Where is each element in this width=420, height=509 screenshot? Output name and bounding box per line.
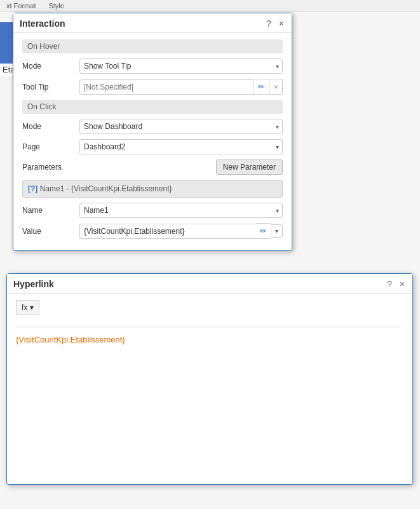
- value-select-wrapper: ✏ ▾: [79, 223, 283, 239]
- fx-label: fx: [22, 303, 27, 312]
- value-control: ✏ ▾: [79, 223, 283, 239]
- fx-chevron-icon: ▾: [30, 303, 34, 312]
- page-label: Page: [22, 142, 79, 151]
- hyperlink-dialog-body: fx ▾ {VisitCountKpi.Etablissement}: [7, 294, 412, 484]
- click-mode-row: Mode Show Dashboard ▾: [22, 119, 283, 134]
- hyperlink-close-button[interactable]: ×: [398, 280, 406, 288]
- page-select[interactable]: Dashboard2: [79, 139, 283, 154]
- name-select[interactable]: Name1: [79, 203, 283, 218]
- tooltip-row: Tool Tip ✏ ×: [22, 79, 283, 95]
- tooltip-clear-button[interactable]: ×: [269, 79, 283, 95]
- hover-mode-row: Mode Show Tool Tip ▾: [22, 58, 283, 74]
- toolbar-text-format: xt Format: [6, 2, 36, 10]
- interaction-title-bar: Interaction ? ×: [13, 13, 292, 33]
- hyperlink-help-button[interactable]: ?: [386, 280, 393, 288]
- page-select-wrapper: Dashboard2 ▾: [79, 139, 283, 154]
- tooltip-edit-button[interactable]: ✏: [254, 79, 269, 95]
- interaction-title: Interaction: [20, 18, 65, 29]
- param-bracket: [?]: [28, 184, 37, 193]
- on-hover-section-header: On Hover: [22, 39, 283, 53]
- value-input[interactable]: [79, 224, 256, 239]
- tooltip-input[interactable]: [79, 79, 254, 95]
- click-mode-select-wrapper: Show Dashboard ▾: [79, 119, 283, 134]
- value-label: Value: [22, 227, 79, 236]
- param-rest-text: Name1 - {VisitCountKpi.Etablissement}: [37, 184, 172, 193]
- value-row: Value ✏ ▾: [22, 223, 283, 239]
- hyperlink-value: {VisitCountKpi.Etablissement}: [16, 332, 403, 347]
- page-control: Dashboard2 ▾: [79, 139, 283, 154]
- dialog-title-icons: ? ×: [265, 19, 285, 28]
- interaction-close-button[interactable]: ×: [278, 19, 285, 28]
- hyperlink-divider: [16, 327, 403, 327]
- parameters-label: Parameters: [22, 163, 62, 172]
- parameters-row: Parameters New Parameter: [22, 159, 283, 175]
- fx-button[interactable]: fx ▾: [16, 300, 39, 315]
- value-edit-button[interactable]: ✏: [256, 223, 271, 239]
- name-row: Name Name1 ▾: [22, 203, 283, 218]
- name-label: Name: [22, 206, 79, 215]
- on-click-section-header: On Click: [22, 100, 283, 114]
- toolbar-text-style: Style: [48, 2, 64, 10]
- page-row: Page Dashboard2 ▾: [22, 139, 283, 154]
- click-mode-select[interactable]: Show Dashboard: [79, 119, 283, 134]
- hyperlink-dialog: Hyperlink ? × fx ▾ {VisitCountKpi.Etabli…: [6, 273, 413, 485]
- new-parameter-button[interactable]: New Parameter: [216, 159, 283, 175]
- hyperlink-title-bar: Hyperlink ? ×: [7, 274, 412, 294]
- click-mode-control: Show Dashboard ▾: [79, 119, 283, 134]
- name-select-wrapper: Name1 ▾: [79, 203, 283, 218]
- interaction-help-button[interactable]: ?: [265, 19, 273, 28]
- name-control: Name1 ▾: [79, 203, 283, 218]
- hyperlink-title-icons: ? ×: [386, 280, 406, 288]
- interaction-dialog-body: On Hover Mode Show Tool Tip ▾ Tool Tip ✏…: [13, 33, 292, 250]
- tooltip-control: ✏ ×: [79, 79, 283, 95]
- hyperlink-title: Hyperlink: [13, 279, 54, 289]
- value-chevron-button[interactable]: ▾: [271, 224, 283, 238]
- tooltip-input-row: ✏ ×: [79, 79, 283, 95]
- hover-mode-select[interactable]: Show Tool Tip: [79, 58, 283, 74]
- hover-mode-select-wrapper: Show Tool Tip ▾: [79, 58, 283, 74]
- tooltip-label: Tool Tip: [22, 83, 79, 92]
- hover-mode-label: Mode: [22, 62, 79, 71]
- parameter-item: [?] Name1 - {VisitCountKpi.Etablissement…: [22, 180, 283, 198]
- hover-mode-control: Show Tool Tip ▾: [79, 58, 283, 74]
- interaction-dialog: Interaction ? × On Hover Mode Show Tool …: [13, 13, 292, 251]
- click-mode-label: Mode: [22, 122, 79, 131]
